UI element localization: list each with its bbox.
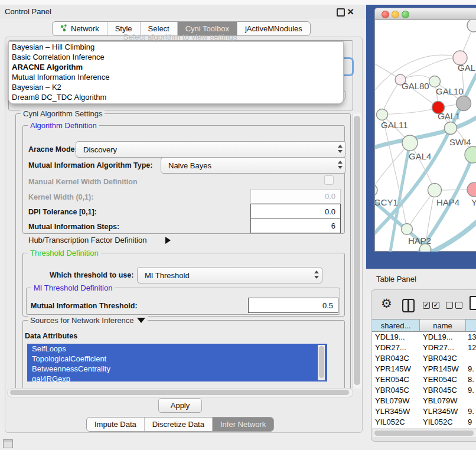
which-threshold-label: Which threshold to use: [50, 271, 133, 279]
network-edge[interactable] [382, 107, 438, 115]
algorithm-option[interactable]: Dream8 DC_TDC Algorithm [9, 92, 343, 102]
algorithm-option[interactable]: Bayesian – Hill Climbing [9, 42, 343, 52]
tab-infer-network[interactable]: Infer Network [212, 418, 273, 431]
dpi-tolerance-field[interactable]: 0.0 [250, 204, 341, 219]
table-cell: YDR27... [420, 343, 466, 353]
data-attributes-list: SelfLoopsTopologicalCoefficientBetweenne… [27, 344, 327, 381]
attributes-scrollbar[interactable] [318, 345, 325, 380]
collapse-down-icon[interactable] [137, 318, 145, 323]
algorithm-option[interactable]: ARACNE Algorithm [9, 62, 343, 72]
unchecked-box-icon [446, 302, 453, 309]
table-cell: YIL052C [372, 417, 420, 428]
aracne-mode-value: Discovery [83, 145, 117, 154]
settings-vertical-scrollbar[interactable] [352, 113, 361, 389]
node-Y[interactable] [467, 182, 476, 197]
table-cell: YBL079W [420, 396, 466, 406]
node-GAL11[interactable] [377, 109, 388, 120]
mi-threshold-group-title: MI Threshold Definition [31, 283, 115, 292]
tab-label: Network [71, 24, 99, 33]
column-header[interactable]: name [420, 319, 466, 331]
table-row[interactable]: YIL052CYIL052C9 [372, 417, 476, 428]
manual-kernel-checkbox[interactable] [324, 175, 334, 185]
sources-group-title[interactable]: Sources for Network Inference [30, 316, 134, 325]
table-row[interactable]: YBR043CYBR043C [372, 353, 476, 364]
threshold-definition-title: Threshold Definition [28, 249, 101, 257]
minimize-window-icon[interactable] [392, 11, 399, 18]
mi-threshold-field[interactable]: 0.5 [248, 298, 338, 313]
mi-steps-field[interactable]: 6 [250, 219, 341, 233]
table-cell: YBR043C [420, 353, 466, 364]
mi-type-combo[interactable]: Naive Bayes [161, 157, 346, 174]
column-header[interactable] [466, 319, 476, 331]
hide-columns-icon[interactable] [446, 302, 462, 309]
node-unlabeled[interactable] [465, 146, 476, 163]
node-GCY1[interactable] [375, 184, 377, 196]
attribute-item[interactable]: gal4RGexp [27, 374, 327, 381]
attribute-item[interactable]: BetweennessCentrality [27, 364, 327, 374]
table-row[interactable]: YER054CYER054C8. [372, 374, 476, 385]
table-row[interactable]: YBL079WYBL079W [372, 396, 476, 406]
mi-type-value: Naive Bayes [168, 161, 211, 170]
algorithm-option[interactable]: Basic Correlation Inference [9, 52, 343, 62]
algorithm-combo-placeholder[interactable]: Select algorithm to view settings [8, 32, 352, 41]
float-panel-icon[interactable] [337, 8, 345, 17]
table-row[interactable]: YLR345WYLR345W9. [372, 406, 476, 417]
algorithm-option[interactable]: Bayesian – K2 [9, 82, 343, 92]
tab-label: Select [148, 24, 169, 33]
tab-impute-data[interactable]: Impute Data [87, 418, 144, 431]
apply-button[interactable]: Apply [158, 398, 202, 413]
attribute-item[interactable]: SelfLoops [27, 344, 327, 354]
node-GAL10[interactable] [429, 76, 441, 87]
zoom-window-icon[interactable] [402, 11, 409, 18]
checked-box-icon: ✓ [423, 302, 430, 309]
table-row[interactable]: YBR045CYBR045C9. [372, 385, 476, 396]
table-cell: YPR145W [420, 364, 466, 374]
mi-steps-label: Mutual Information Steps: [28, 223, 119, 231]
node-unlabeled[interactable] [457, 96, 471, 111]
mi-threshold-label: Mutual Information Threshold: [31, 302, 138, 310]
kernel-width-field[interactable]: 0.0 [250, 189, 341, 204]
tab-label: Impute Data [94, 420, 136, 429]
export-table-icon[interactable] [470, 296, 476, 310]
which-threshold-combo[interactable]: MI Threshold [137, 267, 322, 283]
attribute-item[interactable]: TopologicalCoefficient [27, 354, 327, 364]
table-cell [466, 396, 476, 406]
aracne-mode-combo[interactable]: Discovery [76, 141, 346, 158]
node-label: GAL80 [402, 81, 429, 91]
algorithm-popup-list: Bayesian – Hill ClimbingBasic Correlatio… [8, 41, 344, 104]
node-SWI4[interactable] [445, 122, 457, 135]
close-panel-icon[interactable]: × [347, 5, 354, 19]
table-row[interactable]: YPR145WYPR145W9. [372, 364, 476, 374]
minimized-panel-icon[interactable] [3, 439, 13, 448]
algorithm-option[interactable]: Mutual Information Inference [9, 72, 343, 82]
node-HAP4[interactable] [428, 184, 442, 197]
node-GAL4[interactable] [402, 135, 418, 151]
settings-horizontal-scrollbar[interactable] [7, 388, 353, 397]
table-cell: 9. [466, 406, 476, 417]
node-unlabeled[interactable] [420, 244, 431, 252]
node-unlabeled[interactable] [467, 20, 476, 32]
table-horizontal-scrollbar[interactable] [373, 429, 476, 437]
hub-section-label[interactable]: Hub/Transcription Factor Definition [28, 236, 146, 244]
node-HAP2[interactable] [402, 224, 413, 235]
node-table: shared...nameYDL19...YDL19...13YDR27...Y… [372, 319, 476, 428]
expand-right-icon[interactable] [165, 236, 171, 246]
table-cell: YBR043C [372, 353, 420, 364]
network-window-titlebar[interactable] [374, 8, 476, 20]
node-label: GAL [458, 63, 475, 73]
gear-icon[interactable]: ⚙ [381, 296, 392, 311]
split-columns-icon[interactable] [402, 299, 415, 312]
tab-label: Cyni Toolbox [185, 24, 229, 33]
close-window-icon[interactable] [382, 11, 389, 18]
network-edge[interactable] [433, 222, 476, 252]
which-threshold-value: MI Threshold [145, 271, 190, 280]
column-header[interactable]: shared... [372, 319, 420, 331]
table-row[interactable]: YDL19...YDL19...13 [372, 332, 476, 343]
tab-label: Style [115, 24, 132, 33]
show-columns-icon[interactable]: ✓ ✓ [423, 302, 439, 309]
table-row[interactable]: YDR27...YDR27...12 [372, 343, 476, 353]
table-cell: YBR045C [420, 385, 466, 396]
tab-discretize-data[interactable]: Discretize Data [144, 418, 212, 431]
network-canvas[interactable]: GALGAL80GAL10GAL1GAL11SWI4GAL4GCY1HAP4YH… [374, 20, 476, 252]
table-cell: YER054C [420, 374, 466, 385]
